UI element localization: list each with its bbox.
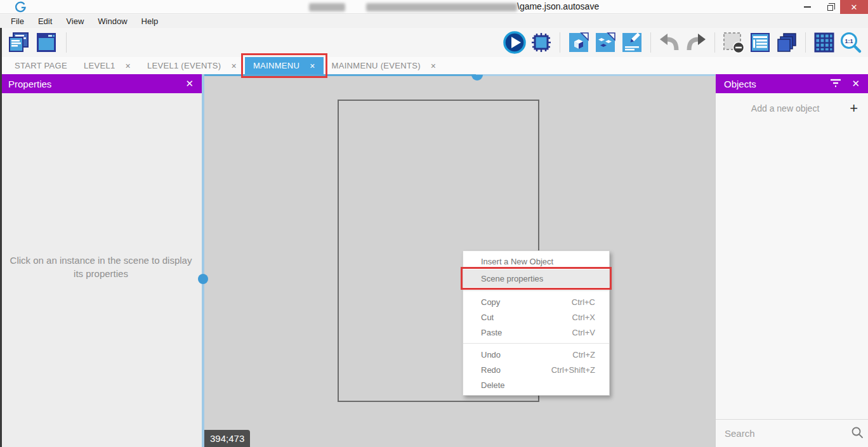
redacted-text — [309, 3, 345, 11]
separator — [805, 32, 806, 53]
add-object-row[interactable]: Add a new object + — [716, 97, 868, 120]
tab-close-icon[interactable]: × — [431, 61, 436, 71]
zoom-1-1-icon[interactable]: 1:1 — [839, 30, 863, 55]
plus-icon[interactable]: + — [850, 100, 858, 117]
menu-item-insert-new-object[interactable]: Insert a New Object — [463, 253, 609, 269]
menu-item-delete[interactable]: Delete — [463, 377, 609, 392]
objects-list-icon[interactable] — [748, 30, 772, 55]
window-title: \game.json.autosave — [517, 1, 599, 11]
gdevelop-window: \game.json.autosave ✕ File Edit View Win… — [0, 0, 868, 447]
window-edge — [0, 28, 2, 447]
separator — [650, 32, 651, 53]
properties-panel: Properties ✕ Click on an instance in the… — [0, 74, 202, 447]
redo-icon[interactable] — [684, 30, 708, 55]
menu-item-cut[interactable]: Cut Ctrl+X — [463, 309, 609, 325]
menu-edit[interactable]: Edit — [31, 15, 59, 28]
minimize-button[interactable] — [797, 0, 817, 14]
tab-close-icon[interactable]: × — [310, 61, 315, 71]
menu-window[interactable]: Window — [91, 15, 134, 28]
tab-label: MAINMENU (EVENTS) — [332, 61, 421, 70]
menu-file[interactable]: File — [4, 15, 31, 28]
separator — [66, 32, 67, 53]
restore-icon — [827, 5, 833, 11]
separator — [714, 32, 715, 53]
close-panel-icon[interactable]: ✕ — [185, 78, 194, 89]
add-object-label: Add a new object — [726, 103, 845, 113]
tab-bar: START PAGE LEVEL1 × LEVEL1 (EVENTS) × MA… — [0, 57, 868, 74]
tab-close-icon[interactable]: × — [231, 61, 236, 71]
close-panel-icon[interactable]: ✕ — [852, 78, 860, 89]
menu-help[interactable]: Help — [135, 15, 166, 28]
properties-empty-message: Click on an instance in the scene to dis… — [6, 254, 196, 280]
search-input[interactable] — [725, 428, 851, 439]
tab-mainmenu[interactable]: MAINMENU × — [245, 57, 324, 74]
canvas-top-splitter[interactable] — [476, 74, 715, 76]
objects-panel: Objects ✕ Add a new object + — [715, 74, 868, 447]
cursor-coordinates-badge: 394;473 — [204, 430, 250, 447]
undo-icon[interactable] — [657, 30, 681, 55]
objects-panel-title: Objects — [724, 79, 756, 89]
instances-editor-icon[interactable] — [593, 30, 617, 55]
menu-item-scene-properties[interactable]: Scene properties — [463, 269, 609, 287]
tab-mainmenu-events[interactable]: MAINMENU (EVENTS) × — [324, 57, 445, 74]
toolbar: 1:1 — [0, 28, 868, 57]
debug-icon[interactable] — [529, 30, 553, 55]
scene-canvas[interactable]: 394;473 — [204, 74, 715, 447]
tab-start-page[interactable]: START PAGE — [6, 57, 76, 74]
close-icon: ✕ — [851, 3, 858, 12]
separator — [560, 32, 560, 53]
project-manager-icon[interactable] — [6, 30, 30, 55]
vertical-splitter[interactable] — [202, 74, 204, 447]
close-button[interactable]: ✕ — [840, 0, 868, 14]
layers-icon[interactable] — [775, 30, 799, 55]
canvas-top-splitter[interactable] — [204, 74, 476, 76]
menu-bar: File Edit View Window Help — [0, 15, 868, 28]
tab-label: LEVEL1 — [84, 61, 115, 70]
menu-view[interactable]: View — [59, 15, 91, 28]
gdevelop-logo-icon — [15, 1, 27, 15]
menu-separator — [463, 290, 609, 291]
objects-panel-header: Objects ✕ — [716, 74, 868, 93]
minimize-icon — [804, 6, 811, 8]
grid-icon[interactable] — [812, 30, 836, 55]
mask-delete-icon[interactable] — [721, 30, 746, 55]
menu-separator — [463, 343, 609, 344]
menu-item-undo[interactable]: Undo Ctrl+Z — [463, 347, 609, 362]
menu-item-copy[interactable]: Copy Ctrl+C — [463, 294, 609, 309]
restore-button[interactable] — [820, 0, 840, 14]
tab-close-icon[interactable]: × — [125, 61, 130, 71]
title-bar: \game.json.autosave ✕ — [0, 0, 868, 14]
search-icon[interactable] — [851, 426, 864, 441]
context-menu: Insert a New Object Scene properties Cop… — [463, 250, 610, 396]
search-row — [716, 419, 868, 447]
splitter-handle[interactable] — [198, 274, 208, 284]
tab-level1-events[interactable]: LEVEL1 (EVENTS) × — [139, 57, 245, 74]
filter-icon[interactable] — [830, 79, 841, 89]
svg-text:1:1: 1:1 — [845, 38, 853, 44]
objects-editor-icon[interactable] — [567, 30, 591, 55]
tab-label: START PAGE — [15, 61, 67, 70]
tab-label: MAINMENU — [253, 61, 299, 70]
tab-level1[interactable]: LEVEL1 × — [76, 57, 139, 74]
play-icon[interactable] — [503, 30, 527, 55]
properties-panel-header: Properties ✕ — [0, 74, 202, 93]
properties-panel-title: Properties — [8, 79, 51, 89]
scene-editor-icon[interactable] — [34, 30, 58, 55]
redacted-path-text — [366, 3, 517, 11]
menu-item-redo[interactable]: Redo Ctrl+Shift+Z — [463, 362, 609, 377]
menu-item-paste[interactable]: Paste Ctrl+V — [463, 325, 609, 340]
scene-edit-icon[interactable] — [620, 30, 644, 55]
tab-label: LEVEL1 (EVENTS) — [147, 61, 221, 70]
